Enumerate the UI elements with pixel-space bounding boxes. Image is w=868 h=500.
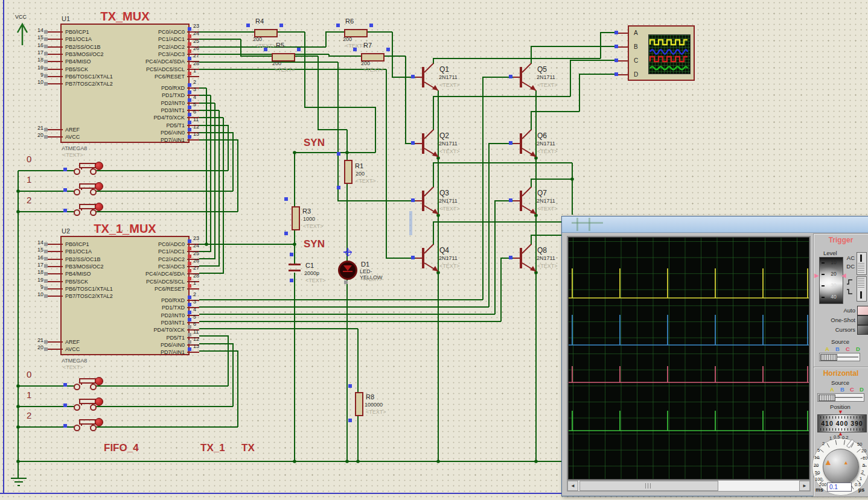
chip-pin[interactable]: 12 PD6/AIN0 — [188, 341, 212, 349]
transistor-q8[interactable]: Q8 2N1711 <TEXT> — [508, 240, 544, 276]
chip-pin[interactable]: 3 PD1/TXD — [188, 304, 212, 311]
pin-handle — [188, 72, 191, 75]
transistor-q2[interactable]: Q2 2N1711 <TEXT> — [410, 125, 447, 162]
chip-pin[interactable]: 19 PB5/SCK — [46, 278, 62, 285]
transistor-q1[interactable]: Q1 2N1711 <TEXT> — [410, 59, 447, 95]
chip-pin[interactable]: 24 PC1/ADC1 — [188, 248, 212, 255]
chip-pin[interactable]: 25 PC2/ADC2 — [188, 43, 212, 51]
chip-pin[interactable]: 2 PD0/RXD — [188, 84, 212, 92]
chip-pin[interactable]: 17 PB3/MOSI/OC2 — [46, 263, 62, 270]
scroll-right-arrow[interactable]: ► — [799, 481, 810, 491]
oscilloscope-window[interactable]: ◄ ► Trigger Level 10 — [561, 216, 868, 496]
button-actuator[interactable] — [95, 377, 103, 385]
chip-pin[interactable]: 12 PD6/AIN0 — [188, 129, 212, 136]
button-actuator[interactable] — [95, 397, 103, 406]
chip-pin[interactable]: 2 PD0/RXD — [188, 297, 212, 304]
chip-pin[interactable]: 13 PD7/AIN1 — [188, 349, 212, 356]
chip-pin[interactable]: 14 PB0/ICP1 — [46, 241, 62, 248]
chip-pin[interactable]: 27 PC4/ADC4/SDA — [188, 270, 212, 277]
chip-pin[interactable]: 6 PD4/T0/XCK — [188, 114, 212, 121]
pin-label: PD0/RXD — [161, 297, 185, 303]
button-actuator[interactable] — [95, 182, 103, 191]
chip-pin[interactable]: 13 PD7/AIN1 — [188, 136, 212, 144]
chip-pin[interactable]: 9 PB6/TOSC1/XTAL1 — [46, 285, 62, 293]
position-dial[interactable]: 410 400 390 — [817, 414, 867, 432]
pin-handle — [44, 60, 48, 63]
one-shot-button[interactable] — [857, 315, 868, 325]
chip-pin[interactable]: 10 PB7/TOSC2/XTAL2 — [46, 293, 62, 300]
chip-pin[interactable]: 1 PC6/RESET — [188, 73, 212, 80]
chip-pin[interactable]: 28 PC5/ADC5/SCL — [188, 66, 212, 73]
scroll-thumb[interactable] — [579, 481, 718, 491]
pin-stub — [47, 341, 63, 343]
pin-label: PB6/TOSC1/XTAL1 — [65, 286, 113, 292]
transistor-q5[interactable]: Q5 2N1711 <TEXT> — [508, 59, 544, 95]
cursors-button[interactable] — [857, 325, 868, 335]
scope-scrollbar[interactable]: ◄ ► — [567, 480, 811, 492]
chip-pin[interactable]: 1 PC6/RESET — [188, 285, 212, 293]
push-button[interactable] — [69, 201, 106, 220]
chip-pin[interactable]: 17 PB3/MOSI/OC2 — [46, 51, 62, 58]
chip-pin[interactable]: 11 PD5/T1 — [188, 334, 212, 341]
chip-pin[interactable]: 23 PC0/ADC0 — [188, 28, 212, 36]
button-actuator[interactable] — [95, 203, 103, 211]
mcu-u2[interactable]: U2 TX_1_MUX 14 PB0/ICP1 15 PB1/OC1A 16 P… — [60, 236, 190, 355]
chip-pin[interactable]: 21 AREF — [46, 338, 62, 346]
chip-pin[interactable]: 26 PC3/ADC3 — [188, 51, 212, 58]
chip-pin[interactable]: 20 AVCC — [46, 346, 62, 353]
transistor-q7[interactable]: Q7 2N1711 <TEXT> — [508, 183, 544, 219]
horizontal-section: Horizontal Source A B C D Position ▼ 410… — [813, 367, 868, 497]
chip-pin[interactable]: 28 PC5/ADC5/SCL — [188, 278, 212, 285]
push-button[interactable] — [69, 417, 106, 435]
chip-pin[interactable]: 4 PD2/INT0 — [188, 312, 212, 319]
chip-pin[interactable]: 18 PB4/MISO — [46, 270, 62, 277]
chip-pin[interactable]: 20 AVCC — [46, 133, 62, 141]
push-button[interactable] — [69, 181, 106, 199]
scroll-left-arrow[interactable]: ◄ — [567, 481, 578, 491]
edge-switch[interactable] — [857, 276, 867, 302]
chip-pin[interactable]: 16 PB2/SS/OC1B — [46, 256, 62, 263]
window-titlebar[interactable] — [562, 217, 868, 233]
chip-pin[interactable]: 15 PB1/OC1A — [46, 248, 62, 255]
red-square-wave — [650, 57, 688, 62]
pin-handle — [188, 90, 191, 94]
chip-pin[interactable]: 5 PD3/INT1 — [188, 107, 212, 114]
pin-handle — [44, 74, 48, 78]
transistor-q6[interactable]: Q6 2N1711 <TEXT> — [508, 125, 544, 162]
chip-pin[interactable]: 16 PB2/SS/OC1B — [46, 43, 62, 51]
chip-pin[interactable]: 10 PB7/TOSC2/XTAL2 — [46, 80, 62, 87]
chip-pin[interactable]: 9 PB6/TOSC1/XTAL1 — [46, 73, 62, 80]
chip-pin[interactable]: 27 PC4/ADC4/SDA — [188, 58, 212, 65]
auto-button[interactable] — [857, 306, 868, 315]
button-actuator[interactable] — [95, 418, 103, 426]
timebase-knob[interactable] — [823, 449, 859, 485]
button-actuator[interactable] — [95, 162, 103, 170]
oscilloscope-component[interactable]: A B C D — [628, 25, 695, 81]
transistor-q4[interactable]: Q4 2N1711 <TEXT> — [410, 240, 447, 276]
chip-pin[interactable]: 3 PD1/TXD — [188, 92, 212, 99]
chip-pin[interactable]: 23 PC0/ADC0 — [188, 241, 212, 248]
chip-pin[interactable]: 14 PB0/ICP1 — [46, 28, 62, 36]
chip-pin[interactable]: 25 PC2/ADC2 — [188, 256, 212, 263]
push-button[interactable] — [69, 376, 106, 394]
chip-pin[interactable]: 26 PC3/ADC3 — [188, 263, 212, 270]
chip-pin[interactable]: 19 PB5/SCK — [46, 66, 62, 73]
chip-pin[interactable]: 11 PD5/T1 — [188, 122, 212, 129]
component-device: ATMEGA8 — [62, 358, 87, 364]
trigger-level-slider[interactable]: 10 20 30 40 — [819, 257, 843, 304]
chip-pin[interactable]: 4 PD2/INT0 — [188, 100, 212, 107]
push-button[interactable] — [69, 160, 106, 179]
chip-pin[interactable]: 5 PD3/INT1 — [188, 319, 212, 326]
horizontal-source-slider[interactable] — [817, 393, 864, 402]
chip-pin[interactable]: 24 PC1/ADC1 — [188, 36, 212, 43]
transistor-q3[interactable]: Q3 2N1711 <TEXT> — [410, 183, 447, 219]
coupling-switch[interactable] — [857, 252, 867, 275]
mcu-u1[interactable]: U1 TX_MUX 14 PB0/ICP1 15 PB1/OC1A 16 PB2… — [60, 24, 190, 143]
pin-label: PC4/ADC4/SDA — [145, 59, 185, 65]
chip-pin[interactable]: 6 PD4/T0/XCK — [188, 326, 212, 334]
trigger-source-slider[interactable] — [819, 353, 860, 361]
push-button[interactable] — [69, 396, 106, 414]
chip-pin[interactable]: 21 AREF — [46, 126, 62, 133]
chip-pin[interactable]: 15 PB1/OC1A — [46, 36, 62, 43]
chip-pin[interactable]: 18 PB4/MISO — [46, 58, 62, 65]
